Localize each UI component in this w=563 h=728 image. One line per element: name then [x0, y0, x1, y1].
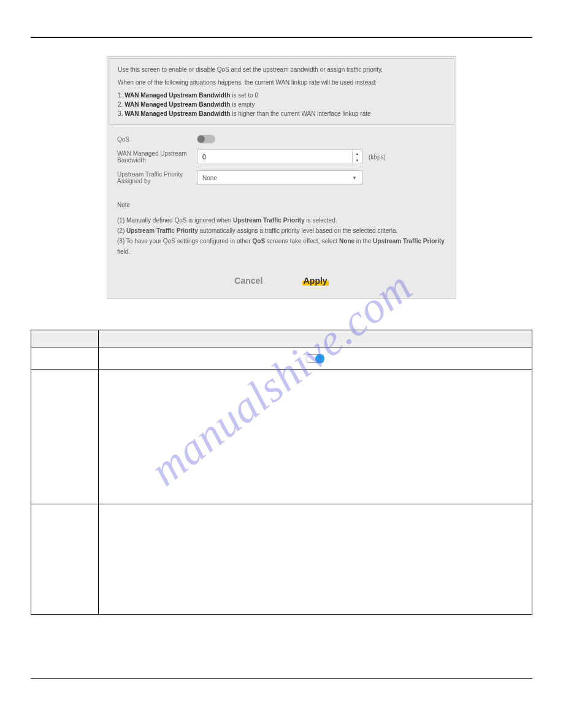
info-cond-intro: When one of the following situations hap…: [118, 78, 445, 87]
note-2: (2) Upstream Traffic Priority automatica…: [117, 226, 446, 236]
note-3: (3) To have your QoS settings configured…: [117, 236, 446, 257]
info-cond-1: 1. WAN Managed Upstream Bandwidth is set…: [118, 91, 445, 100]
cell-pri-label: [31, 504, 99, 615]
cond1-suffix: is set to 0: [230, 92, 258, 99]
table-row-bandwidth: [31, 370, 532, 504]
toggle-on-icon: [307, 354, 324, 363]
n3-pre: (3) To have your QoS settings configured…: [117, 238, 253, 245]
cell-qos-label: [31, 347, 99, 370]
cond2-prefix: 2.: [118, 101, 124, 108]
cell-bw-content: [99, 370, 532, 504]
form-area: QoS WAN Managed Upstream Bandwidth ▲ ▼ (…: [109, 125, 454, 195]
spinner: ▲ ▼: [352, 150, 362, 164]
n2-post: automatically assigns a traffic priority…: [198, 227, 398, 234]
bandwidth-label: WAN Managed Upstream Bandwidth: [117, 150, 197, 164]
n3-post: field.: [117, 248, 130, 255]
info-box: Use this screen to enable or disable QoS…: [109, 58, 454, 125]
n3-mid1: screens take effect, select: [265, 238, 339, 245]
bottom-rule: [31, 678, 532, 679]
n2-b: Upstream Traffic Priority: [126, 227, 198, 234]
n1-b: Upstream Traffic Priority: [233, 217, 305, 224]
cancel-button[interactable]: Cancel: [234, 276, 262, 286]
n3-mid2: in the: [354, 238, 373, 245]
priority-select[interactable]: None ▼: [197, 170, 362, 185]
apply-button[interactable]: Apply: [302, 276, 329, 286]
bandwidth-row: WAN Managed Upstream Bandwidth ▲ ▼ (kbps…: [117, 150, 446, 164]
n1-pre: (1) Manually defined QoS is ignored when: [117, 217, 233, 224]
cond1-prefix: 1.: [118, 92, 124, 99]
n1-post: is selected.: [305, 217, 337, 224]
spinner-down-icon[interactable]: ▼: [353, 157, 362, 164]
table-row-qos: [31, 347, 532, 370]
notes-area: Note (1) Manually defined QoS is ignored…: [109, 195, 454, 265]
header-col-2: [99, 330, 532, 347]
cond1-bold: WAN Managed Upstream Bandwidth: [124, 92, 230, 99]
description-table: [31, 330, 532, 615]
spinner-up-icon[interactable]: ▲: [353, 150, 362, 157]
info-cond-3: 3. WAN Managed Upstream Bandwidth is hig…: [118, 109, 445, 118]
notes-heading: Note: [117, 200, 446, 210]
info-cond-2: 2. WAN Managed Upstream Bandwidth is emp…: [118, 100, 445, 109]
cond2-bold: WAN Managed Upstream Bandwidth: [124, 101, 230, 108]
cell-pri-content: [99, 504, 532, 615]
n2-pre: (2): [117, 227, 126, 234]
bandwidth-input-wrapper: ▲ ▼: [197, 150, 362, 164]
chevron-down-icon: ▼: [352, 175, 357, 181]
button-row: Cancel Apply: [109, 265, 454, 297]
priority-row: Upstream Traffic Priority Assigned by No…: [117, 170, 446, 185]
priority-label: Upstream Traffic Priority Assigned by: [117, 171, 197, 184]
note-1: (1) Manually defined QoS is ignored when…: [117, 215, 446, 226]
header-col-1: [31, 330, 99, 347]
top-rule: [31, 37, 532, 38]
cond3-prefix: 3.: [118, 110, 124, 117]
qos-toggle[interactable]: [197, 135, 215, 143]
table-header-row: [31, 330, 532, 347]
n3-b3: Upstream Traffic Priority: [373, 238, 445, 245]
n3-b2: None: [339, 238, 354, 245]
bandwidth-unit: (kbps): [369, 154, 386, 161]
n3-b1: QoS: [253, 238, 266, 245]
priority-value: None: [202, 175, 217, 181]
table-row-priority: [31, 504, 532, 615]
info-intro: Use this screen to enable or disable QoS…: [118, 65, 445, 74]
cond3-bold: WAN Managed Upstream Bandwidth: [124, 110, 230, 117]
bandwidth-input[interactable]: [197, 154, 352, 161]
qos-row: QoS: [117, 135, 446, 143]
cond3-suffix: is higher than the current WAN interface…: [230, 110, 370, 117]
cell-qos-content: [99, 347, 532, 370]
cond2-suffix: is empty: [230, 101, 255, 108]
cell-bw-label: [31, 370, 99, 504]
qos-label: QoS: [117, 136, 197, 143]
qos-settings-panel: Use this screen to enable or disable QoS…: [107, 56, 456, 299]
